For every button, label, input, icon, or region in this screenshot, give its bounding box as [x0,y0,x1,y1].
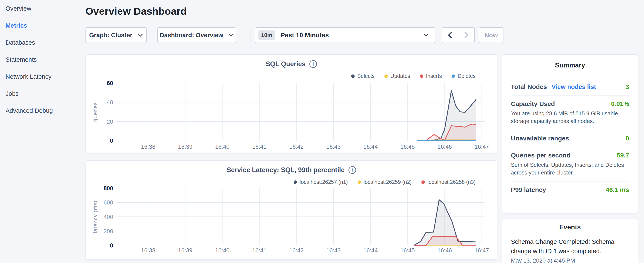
chevron-down-icon [424,34,428,37]
x-tick-label: 16:41 [252,144,266,150]
graph-scope-dropdown-label: Graph: Cluster [89,32,132,39]
summary-title: Summary [511,55,629,69]
summary-row-value: 46.1 ms [606,186,629,193]
x-tick-label: 16:43 [326,247,341,254]
dashboard-dropdown[interactable]: Dashboard: Overview [157,27,236,43]
event-list-item[interactable]: Schema Change Completed: Schema change w… [511,237,629,263]
summary-row-total-nodes: Total Nodes View nodes list 3 [511,79,629,95]
sidebar-item-statements[interactable]: Statements [6,51,85,68]
summary-row-label: Unavailable ranges [511,135,569,142]
y-tick-label: 200 [104,228,113,234]
x-tick-label: 16:45 [400,247,415,254]
y-tick-label: 0 [110,138,113,144]
sidebar-item-jobs[interactable]: Jobs [6,85,85,102]
event-timestamp: May 13, 2020 at 4:45 PM [511,257,629,263]
x-tick-label: 16:42 [289,247,304,254]
chevron-down-icon [138,33,143,37]
view-nodes-list-link[interactable]: View nodes list [552,83,596,90]
summary-row-p99-latency: P99 latency 46.1 ms [511,181,629,198]
sidebar-item-overview[interactable]: Overview [6,0,85,17]
x-tick-label: 16:38 [141,144,156,150]
events-title: Events [511,219,629,231]
summary-row-description: You are using 28.6 MiB of 515.9 GiB usab… [511,110,629,125]
chevron-left-icon [447,31,453,39]
time-window-pager [442,27,475,43]
summary-row-value: 0.01% [611,100,629,107]
sql-queries-plot: 16:3816:3916:4016:4116:4216:4316:4416:45… [86,55,497,153]
y-tick-label: 600 [104,199,113,206]
service-latency-chart-card: Service Latency: SQL, 99th percentile i … [86,160,497,260]
x-tick-label: 16:43 [326,144,341,150]
x-tick-label: 16:44 [363,247,378,254]
chevron-down-icon [228,33,234,37]
summary-row-queries-per-second: Queries per second 59.7 Sum of Selects, … [511,147,629,181]
event-message: Schema Change Completed: Schema change w… [511,237,629,256]
summary-row-unavailable-ranges: Unavailable ranges 0 [511,130,629,147]
y-tick-label: 0 [110,242,113,249]
summary-row-label: P99 latency [511,186,546,193]
time-range-label: Past 10 Minutes [281,32,329,39]
sidebar-nav: Overview Metrics Databases Statements Ne… [0,0,85,263]
metrics-dashboard-page: { "sidebar": { "items": [ { "label": "Ov… [0,0,644,263]
x-tick-label: 16:47 [474,144,489,150]
x-tick-label: 16:46 [438,144,452,150]
sidebar-item-metrics[interactable]: Metrics [6,17,85,34]
x-tick-label: 16:44 [363,144,378,150]
y-tick-label: 400 [104,214,113,220]
summary-row-label: Capacity Used [511,100,555,107]
summary-row-description: Sum of Selects, Updates, Inserts, and De… [511,161,629,176]
x-tick-label: 16:39 [178,247,193,254]
x-tick-label: 16:47 [474,247,489,254]
summary-row-label: Queries per second [511,152,570,159]
sidebar-item-network-latency[interactable]: Network Latency [6,68,85,85]
series-line [417,140,476,141]
summary-row-label: Total Nodes [511,83,547,90]
time-range-dropdown[interactable]: 10m Past 10 Minutes [255,27,436,43]
summary-row-value: 59.7 [617,152,629,159]
graph-scope-dropdown[interactable]: Graph: Cluster [86,27,147,43]
chevron-right-icon [464,31,470,39]
x-tick-label: 16:40 [215,144,230,150]
summary-row-capacity-used: Capacity Used 0.01% You are using 28.6 M… [511,95,629,130]
y-tick-label: 40 [107,99,113,106]
dashboard-dropdown-label: Dashboard: Overview [160,32,223,39]
y-tick-label: 60 [107,80,113,86]
next-time-window-button[interactable] [458,28,474,43]
sidebar-item-advanced-debug[interactable]: Advanced Debug [6,102,85,119]
summary-row-value: 0 [626,135,629,142]
x-tick-label: 16:38 [141,247,156,254]
time-range-badge: 10m [258,31,275,40]
page-title: Overview Dashboard [86,5,187,17]
y-tick-label: 20 [107,119,113,125]
now-button[interactable]: Now [479,27,504,43]
x-tick-label: 16:40 [215,247,230,254]
x-tick-label: 16:46 [438,247,452,254]
x-tick-label: 16:45 [400,144,415,150]
events-panel: Events Schema Change Completed: Schema c… [502,219,638,263]
previous-time-window-button[interactable] [442,28,458,43]
summary-panel: Summary Total Nodes View nodes list 3 Ca… [502,54,638,213]
service-latency-plot: 16:3816:3916:4016:4116:4216:4316:4416:45… [86,161,497,259]
x-tick-label: 16:39 [178,144,193,150]
summary-row-value: 3 [626,83,629,90]
sql-queries-chart-card: SQL Queries i SelectsUpdatesInsertsDelet… [86,54,497,153]
sidebar-item-databases[interactable]: Databases [6,34,85,51]
x-tick-label: 16:41 [252,247,266,254]
x-tick-label: 16:42 [289,144,304,150]
y-tick-label: 800 [104,185,113,191]
toolbar-divider [250,27,250,43]
